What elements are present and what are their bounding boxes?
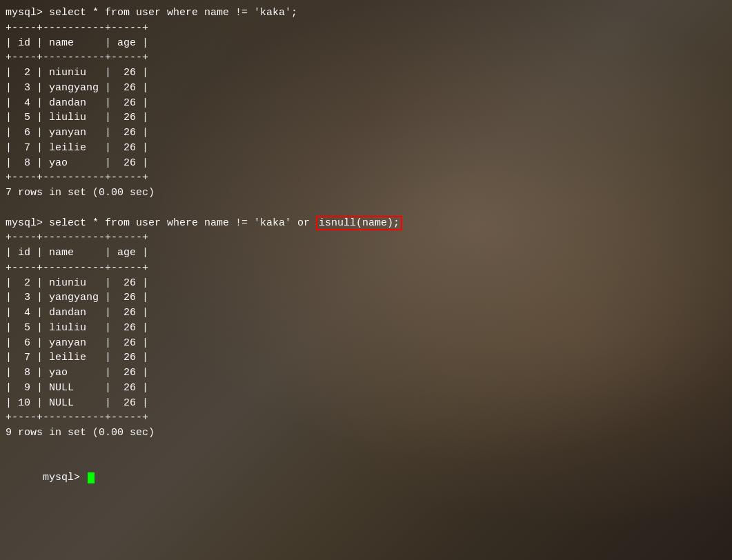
query2-sep2: +----+----------+-----+ <box>6 261 323 276</box>
table-row: | 5 | liuliu | 26 | <box>6 321 323 336</box>
table-row: | 3 | yangyang | 26 | <box>6 81 323 96</box>
final-prompt-text: mysql> <box>43 472 86 483</box>
query1-result: 7 rows in set (0.00 sec) <box>6 186 323 201</box>
table-row: | 4 | dandan | 26 | <box>6 96 323 111</box>
table-row: | 6 | yanyan | 26 | <box>6 336 323 351</box>
table-row: | 9 | NULL | 26 | <box>6 381 323 396</box>
cursor <box>88 472 95 483</box>
table-row: | 7 | leilie | 26 | <box>6 141 323 156</box>
query1-sep2: +----+----------+-----+ <box>6 50 323 66</box>
table-row: | 2 | niuniu | 26 | <box>6 276 323 291</box>
query2-result: 9 rows in set (0.00 sec) <box>6 426 323 441</box>
query2-header: | id | name | age | <box>6 246 323 261</box>
terminal-content: mysql> select * from user where name != … <box>6 6 323 501</box>
query2-sep1: +----+----------+-----+ <box>6 230 323 246</box>
blank-line2 <box>6 441 323 456</box>
query1-header: | id | name | age | <box>6 36 323 51</box>
terminal-window: mysql> select * from user where name != … <box>0 0 732 560</box>
query1-prompt: mysql> select * from user where name != … <box>6 6 323 21</box>
blank-line <box>6 201 323 216</box>
table-row: | 10 | NULL | 26 | <box>6 396 323 411</box>
query2-sep3: +----+----------+-----+ <box>6 410 323 426</box>
table-row: | 8 | yao | 26 | <box>6 156 323 171</box>
table-row: | 7 | leilie | 26 | <box>6 350 323 366</box>
table-row: | 3 | yangyang | 26 | <box>6 290 323 306</box>
table-row: | 8 | yao | 26 | <box>6 366 323 381</box>
query1-sep1: +----+----------+-----+ <box>6 21 323 36</box>
highlighted-function: isnull(name); <box>316 216 402 230</box>
table-row: | 6 | yanyan | 26 | <box>6 126 323 141</box>
table-row: | 4 | dandan | 26 | <box>6 306 323 321</box>
table-row: | 5 | liuliu | 26 | <box>6 110 323 126</box>
final-prompt-line: mysql> <box>6 456 323 501</box>
query2-prompt: mysql> select * from user where name != … <box>6 216 323 231</box>
table-row: | 2 | niuniu | 26 | <box>6 66 323 81</box>
query1-sep3: +----+----------+-----+ <box>6 170 323 186</box>
